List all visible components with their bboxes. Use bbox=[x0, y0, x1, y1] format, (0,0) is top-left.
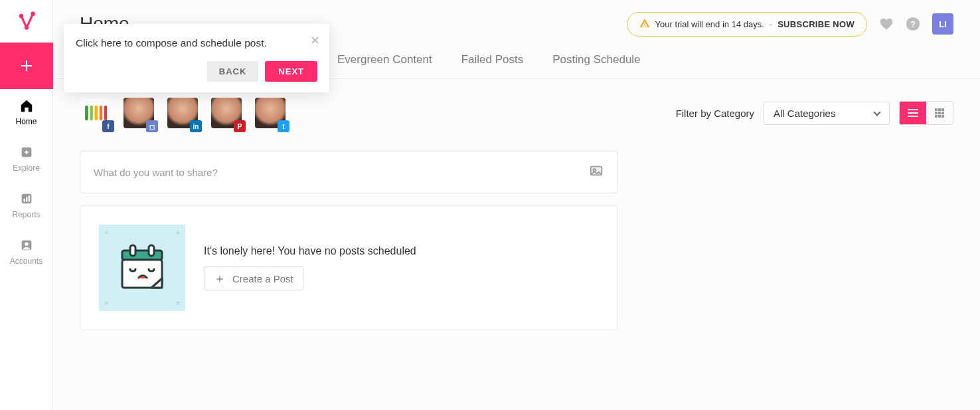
filter-label: Filter by Category bbox=[676, 108, 754, 119]
help-icon[interactable]: ? bbox=[906, 17, 920, 31]
svg-point-3 bbox=[24, 25, 28, 29]
svg-rect-25 bbox=[938, 108, 941, 111]
svg-rect-29 bbox=[941, 112, 944, 114]
chevron-down-icon bbox=[873, 108, 880, 116]
view-toggle bbox=[899, 101, 953, 125]
svg-rect-38 bbox=[130, 245, 135, 256]
next-button[interactable]: NEXT bbox=[265, 61, 317, 82]
grid-view-button[interactable] bbox=[926, 102, 953, 124]
separator: - bbox=[770, 19, 772, 29]
warning-icon bbox=[639, 18, 650, 31]
sidebar-item-label: Explore bbox=[13, 163, 40, 173]
compose-button[interactable] bbox=[0, 43, 53, 89]
twitter-badge-icon: t bbox=[278, 120, 289, 132]
compose-input-container[interactable] bbox=[80, 151, 617, 193]
image-icon[interactable] bbox=[589, 163, 604, 181]
svg-rect-11 bbox=[28, 195, 29, 201]
chart-icon bbox=[19, 191, 34, 206]
user-avatar[interactable]: LI bbox=[932, 13, 953, 35]
sidebar-item-accounts[interactable]: Accounts bbox=[0, 229, 53, 275]
category-dropdown[interactable]: All Categories bbox=[764, 102, 890, 125]
home-icon bbox=[19, 98, 34, 113]
heart-icon[interactable] bbox=[879, 17, 894, 31]
trial-banner: Your trial will end in 14 days. - SUBSCR… bbox=[627, 12, 867, 37]
trial-text: Your trial will end in 14 days. bbox=[655, 19, 764, 29]
close-icon[interactable]: ✕ bbox=[310, 33, 320, 48]
svg-point-13 bbox=[25, 242, 29, 246]
sidebar-item-label: Reports bbox=[12, 210, 40, 219]
pinterest-badge-icon: P bbox=[234, 120, 246, 132]
create-post-button[interactable]: ＋ Create a Post bbox=[204, 266, 303, 290]
svg-rect-24 bbox=[935, 108, 938, 111]
svg-point-2 bbox=[19, 14, 23, 18]
account-linkedin[interactable]: in bbox=[167, 98, 198, 128]
onboarding-tooltip: ✕ Click here to compose and schedule pos… bbox=[64, 24, 329, 92]
instagram-badge-icon: ◻ bbox=[146, 120, 158, 132]
svg-rect-36 bbox=[122, 251, 162, 260]
back-button[interactable]: BACK bbox=[207, 61, 259, 82]
sidebar-item-home[interactable]: Home bbox=[0, 89, 53, 136]
sidebar-item-label: Home bbox=[15, 117, 37, 126]
sidebar-item-label: Accounts bbox=[10, 256, 42, 266]
svg-rect-27 bbox=[935, 112, 938, 114]
svg-rect-32 bbox=[941, 115, 944, 118]
tab-evergreen[interactable]: Evergreen Content bbox=[337, 53, 432, 78]
svg-rect-31 bbox=[938, 115, 941, 118]
svg-rect-9 bbox=[23, 199, 25, 202]
account-blog[interactable]: f bbox=[80, 98, 110, 128]
create-post-label: Create a Post bbox=[232, 273, 293, 284]
empty-calendar-illustration: + + × × bbox=[99, 225, 185, 311]
svg-rect-30 bbox=[935, 115, 938, 118]
account-twitter[interactable]: t bbox=[255, 98, 286, 128]
svg-line-1 bbox=[27, 14, 33, 28]
svg-rect-26 bbox=[941, 108, 944, 111]
list-view-button[interactable] bbox=[900, 102, 926, 124]
empty-message: It's lonely here! You have no posts sche… bbox=[204, 245, 416, 257]
accounts-row: f ◻ in P t Filter by Category All Catego… bbox=[80, 98, 953, 128]
sparkle-icon bbox=[19, 145, 34, 159]
app-logo[interactable] bbox=[0, 0, 53, 43]
svg-point-4 bbox=[31, 12, 35, 16]
sidebar: Home Explore Reports Accounts bbox=[0, 0, 53, 410]
plus-icon: ＋ bbox=[214, 272, 226, 284]
compose-input[interactable] bbox=[94, 167, 589, 178]
sidebar-item-explore[interactable]: Explore bbox=[0, 136, 53, 182]
svg-rect-10 bbox=[26, 197, 27, 201]
linkedin-badge-icon: in bbox=[190, 120, 202, 132]
user-icon bbox=[19, 238, 34, 253]
tab-failed[interactable]: Failed Posts bbox=[461, 53, 524, 78]
svg-rect-28 bbox=[938, 112, 941, 114]
content: f ◻ in P t Filter by Category All Catego… bbox=[53, 79, 980, 349]
sidebar-item-reports[interactable]: Reports bbox=[0, 182, 53, 229]
account-pinterest[interactable]: P bbox=[211, 98, 242, 128]
tab-schedule[interactable]: Posting Schedule bbox=[552, 53, 640, 78]
subscribe-link[interactable]: SUBSCRIBE NOW bbox=[777, 19, 855, 29]
empty-state-card: + + × × It's lonely here! You have no po… bbox=[80, 205, 617, 330]
tooltip-text: Click here to compose and schedule post. bbox=[76, 37, 317, 49]
svg-text:?: ? bbox=[910, 19, 916, 29]
category-selected: All Categories bbox=[774, 108, 835, 119]
svg-rect-39 bbox=[149, 245, 154, 256]
account-facebook[interactable]: ◻ bbox=[123, 98, 154, 128]
facebook-badge-icon: f bbox=[102, 120, 114, 132]
